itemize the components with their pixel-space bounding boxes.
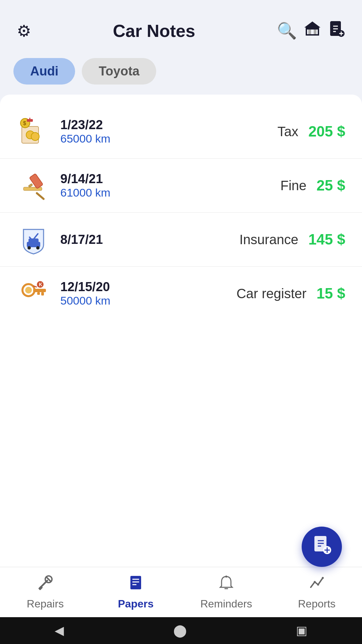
search-icon[interactable]: 🔍 <box>277 21 297 40</box>
svg-point-53 <box>314 581 316 583</box>
record-date: 1/23/22 <box>60 118 261 132</box>
tab-audi[interactable]: Audi <box>13 58 75 85</box>
svg-point-55 <box>322 577 324 579</box>
record-info-register: 12/15/20 50000 km <box>60 280 220 307</box>
nav-reminders-label: Reminders <box>200 598 252 610</box>
record-date: 9/14/21 <box>60 172 264 186</box>
svg-text:K: K <box>39 282 42 287</box>
add-paper-fab[interactable] <box>302 527 342 567</box>
svg-rect-22 <box>28 183 33 187</box>
svg-marker-0 <box>304 21 320 28</box>
nav-reports-label: Reports <box>298 598 336 610</box>
nav-reports[interactable]: Reports <box>272 567 362 617</box>
list-item[interactable]: 8/17/21 Insurance 145 $ <box>0 213 362 267</box>
svg-rect-21 <box>29 173 43 189</box>
car-tabs: Audi Toyota <box>0 51 362 95</box>
record-amount: 145 $ <box>308 231 345 248</box>
records-list: $ 1/23/22 65000 km Tax 205 $ 9/14/21 610… <box>0 95 362 644</box>
reminders-icon <box>218 575 234 594</box>
record-amount: 25 $ <box>316 177 345 194</box>
record-date: 8/17/21 <box>60 232 223 247</box>
repairs-icon <box>37 575 53 594</box>
svg-point-27 <box>36 246 40 250</box>
svg-point-29 <box>25 287 32 293</box>
list-item[interactable]: 9/14/21 61000 km Fine 25 $ <box>0 159 362 213</box>
bottom-navigation: Repairs Papers Reminders <box>0 567 362 617</box>
record-icon-tax: $ <box>17 115 50 148</box>
app-title: Car Notes <box>35 21 274 41</box>
svg-rect-47 <box>130 576 141 589</box>
papers-icon <box>128 575 144 594</box>
svg-point-26 <box>27 246 31 250</box>
record-info-tax: 1/23/22 65000 km <box>60 118 261 145</box>
record-category: Insurance <box>239 232 298 247</box>
svg-line-23 <box>37 193 44 199</box>
record-category: Fine <box>281 178 307 193</box>
svg-point-52 <box>225 576 227 578</box>
add-document-icon[interactable] <box>328 20 345 41</box>
recents-button[interactable]: ▣ <box>296 624 307 638</box>
nav-repairs-label: Repairs <box>27 598 64 610</box>
record-category: Car register <box>236 286 306 301</box>
record-info-insurance: 8/17/21 <box>60 232 223 247</box>
record-info-fine: 9/14/21 61000 km <box>60 172 264 199</box>
nav-repairs[interactable]: Repairs <box>0 567 90 617</box>
add-paper-icon <box>312 535 332 559</box>
nav-papers-label: Papers <box>118 598 154 610</box>
svg-point-15 <box>31 132 39 141</box>
android-navigation-bar: ◀ ⬤ ▣ <box>0 617 362 644</box>
home-button[interactable]: ⬤ <box>173 624 187 638</box>
svg-point-54 <box>317 584 319 586</box>
record-category: Tax <box>278 124 298 139</box>
list-item[interactable]: $ 1/23/22 65000 km Tax 205 $ <box>0 105 362 159</box>
svg-rect-30 <box>33 289 46 292</box>
record-km: 65000 km <box>60 132 261 145</box>
record-icon-register: K <box>17 277 50 310</box>
tab-toyota[interactable]: Toyota <box>82 58 156 85</box>
garage-icon[interactable] <box>304 20 321 41</box>
nav-papers[interactable]: Papers <box>90 567 181 617</box>
record-amount: 205 $ <box>308 123 345 140</box>
record-km: 61000 km <box>60 186 264 199</box>
back-button[interactable]: ◀ <box>55 624 64 638</box>
svg-rect-31 <box>41 292 44 296</box>
record-icon-fine <box>17 169 50 202</box>
svg-rect-3 <box>308 30 311 34</box>
settings-icon[interactable]: ⚙ <box>17 21 31 40</box>
svg-rect-4 <box>314 30 316 34</box>
svg-text:$: $ <box>23 120 26 126</box>
record-date: 12/15/20 <box>60 280 220 294</box>
nav-reminders[interactable]: Reminders <box>181 567 272 617</box>
svg-rect-32 <box>37 292 40 295</box>
app-header: ⚙ Car Notes 🔍 <box>0 0 362 51</box>
record-icon-insurance <box>17 223 50 256</box>
list-item[interactable]: K 12/15/20 50000 km Car register 15 $ <box>0 267 362 320</box>
reports-icon <box>309 575 325 594</box>
record-km: 50000 km <box>60 294 220 307</box>
record-amount: 15 $ <box>316 285 345 302</box>
